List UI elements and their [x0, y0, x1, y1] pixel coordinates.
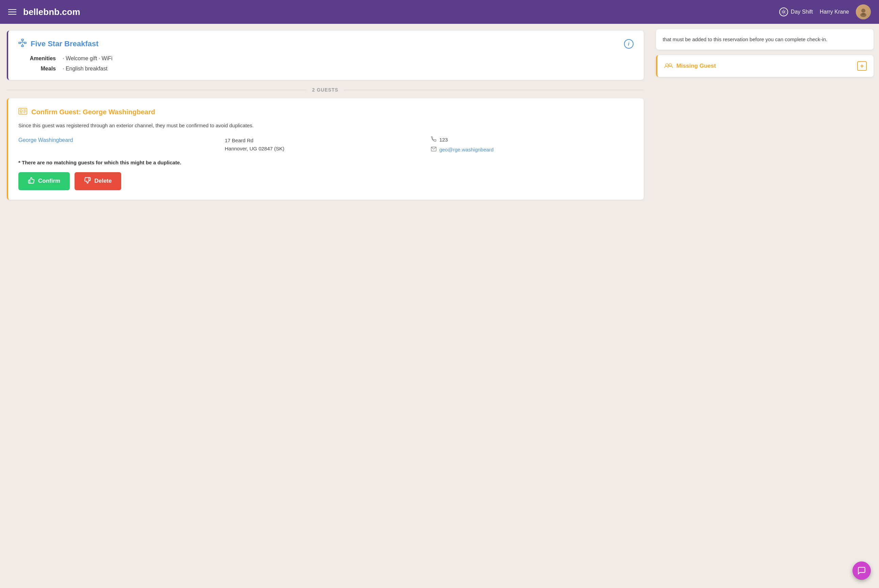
shift-info: Day Shift: [779, 8, 813, 16]
guest-address-cell: 17 Beard Rd Hannover, UG 02847 (SK): [225, 136, 427, 153]
missing-guest-title: Missing Guest: [664, 62, 716, 70]
action-buttons: Confirm Delete: [18, 172, 634, 190]
delete-label: Delete: [94, 178, 112, 184]
add-guest-button[interactable]: +: [857, 61, 867, 71]
user-avatar: [856, 4, 871, 20]
network-icon: [18, 39, 27, 49]
right-sidebar: that must be added to this reservation b…: [651, 24, 879, 588]
guest-phone-number: 123: [439, 137, 448, 142]
guest-address-line2: Hannover, UG 02847 (SK): [225, 145, 427, 153]
guest-confirm-card: Confirm Guest: George Washingbeard Since…: [7, 98, 644, 200]
header-right: Day Shift Harry Krane: [779, 4, 871, 20]
guests-divider: 2 GUESTS: [7, 87, 644, 93]
user-name: Harry Krane: [820, 9, 849, 15]
no-duplicate-message: * There are no matching guests for which…: [18, 160, 634, 165]
svg-line-7: [782, 13, 782, 14]
package-details: Amenities · Welcome gift · WiFi Meals · …: [18, 56, 634, 72]
svg-rect-12: [21, 39, 24, 40]
svg-rect-15: [21, 45, 24, 46]
email-icon: [431, 147, 436, 153]
thumbs-up-icon: [28, 177, 35, 186]
guest-phone: 123: [431, 136, 633, 143]
package-title-row: Five Star Breakfast i: [18, 39, 634, 49]
left-content: Five Star Breakfast i Amenities · Welcom…: [0, 24, 651, 588]
package-title: Five Star Breakfast: [18, 39, 98, 49]
sidebar-warning-text: that must be added to this reservation b…: [663, 35, 867, 44]
chat-button[interactable]: [852, 561, 871, 580]
svg-point-21: [20, 110, 23, 112]
svg-point-0: [783, 11, 785, 13]
amenities-label: Amenities: [25, 56, 56, 62]
delete-button[interactable]: Delete: [75, 172, 121, 190]
missing-guest-card: Missing Guest +: [656, 55, 873, 77]
svg-line-5: [782, 10, 782, 10]
guest-name-link[interactable]: George Washingbeard: [18, 137, 73, 143]
guest-address-line1: 17 Beard Rd: [225, 136, 427, 145]
confirm-button[interactable]: Confirm: [18, 172, 70, 190]
guest-info-grid: George Washingbeard 17 Beard Rd Hannover…: [18, 136, 634, 153]
main-layout: Five Star Breakfast i Amenities · Welcom…: [0, 24, 879, 588]
guest-email-address: geo@rge.washignbeard: [439, 147, 494, 153]
amenities-row: Amenities · Welcome gift · WiFi: [25, 56, 634, 62]
guest-confirm-desc: Since this guest was registered through …: [18, 122, 634, 130]
meals-label: Meals: [25, 66, 56, 72]
add-icon: +: [860, 63, 864, 70]
sidebar-warning-card: that must be added to this reservation b…: [656, 29, 873, 50]
thumbs-down-icon: [84, 177, 91, 186]
header: bellebnb.com Day Shift Harry Krane: [0, 0, 879, 24]
logo: bellebnb.com: [23, 7, 80, 17]
id-card-icon: [18, 108, 27, 116]
shift-label: Day Shift: [791, 9, 813, 15]
meals-value: · English breakfast: [63, 66, 108, 72]
info-button[interactable]: i: [624, 39, 634, 49]
package-title-text: Five Star Breakfast: [31, 39, 98, 48]
svg-point-9: [861, 9, 865, 13]
svg-rect-11: [862, 14, 865, 15]
missing-guest-label: Missing Guest: [676, 63, 716, 69]
amenities-value: · Welcome gift · WiFi: [63, 56, 112, 62]
guest-confirm-title: Confirm Guest: George Washingbeard: [31, 108, 155, 116]
guests-count: 2 GUESTS: [307, 87, 344, 93]
confirm-label: Confirm: [38, 178, 60, 184]
guest-name-cell: George Washingbeard: [18, 136, 221, 153]
menu-button[interactable]: [8, 9, 17, 15]
shift-icon: [779, 8, 788, 16]
phone-icon: [431, 136, 436, 143]
guest-contact-cell: 123 geo@rge.washignbeard: [431, 136, 633, 153]
missing-guest-icon: [664, 62, 673, 70]
guest-card-title: Confirm Guest: George Washingbeard: [18, 108, 634, 116]
guest-email[interactable]: geo@rge.washignbeard: [431, 147, 633, 153]
package-card: Five Star Breakfast i Amenities · Welcom…: [7, 31, 644, 80]
meals-row: Meals · English breakfast: [25, 66, 634, 72]
avatar-image: [856, 4, 871, 20]
